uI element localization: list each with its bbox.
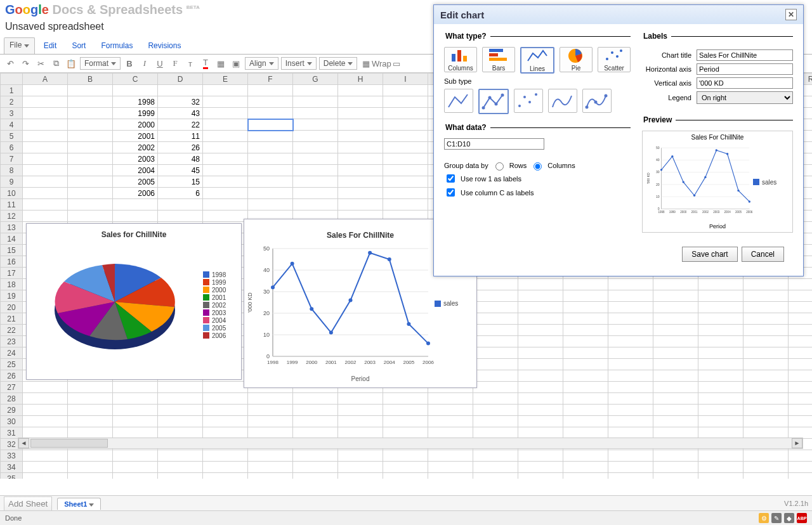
cell-N27[interactable] (608, 382, 653, 393)
cell-O31[interactable] (653, 427, 698, 439)
col-header-I[interactable]: I (383, 74, 428, 85)
cell-H7[interactable] (338, 153, 383, 165)
cell-M35[interactable] (563, 473, 608, 479)
menu-sort[interactable]: Sort (65, 37, 92, 54)
cell-I9[interactable] (383, 176, 428, 188)
cell-I35[interactable] (383, 473, 428, 479)
cell-F31[interactable] (248, 427, 293, 439)
cell-Q29[interactable] (743, 405, 789, 416)
row-header-11[interactable]: 11 (1, 199, 23, 211)
delete-menu[interactable]: Delete (319, 57, 358, 70)
file-menu[interactable]: File (4, 37, 35, 54)
cell-E33[interactable] (203, 450, 248, 462)
cell-B27[interactable] (68, 382, 113, 393)
cell-R18[interactable] (789, 279, 813, 290)
row-header-29[interactable]: 29 (1, 405, 23, 416)
cell-N21[interactable] (608, 313, 653, 325)
cell-Q25[interactable] (743, 359, 789, 370)
cell-H1[interactable] (338, 85, 383, 96)
cell-H30[interactable] (338, 416, 383, 427)
cell-M24[interactable] (563, 347, 608, 359)
cell-L25[interactable] (518, 359, 563, 370)
cell-R31[interactable] (789, 427, 813, 439)
cell-B33[interactable] (68, 450, 113, 462)
cell-L19[interactable] (518, 290, 563, 302)
cell-G5[interactable] (293, 131, 338, 142)
cell-E27[interactable] (203, 382, 248, 393)
horizontal-scrollbar[interactable]: ◄► (18, 438, 803, 449)
text-color-icon[interactable]: T (199, 57, 212, 70)
cell-E30[interactable] (203, 416, 248, 427)
cell-Q33[interactable] (743, 450, 789, 462)
row-header-9[interactable]: 9 (1, 176, 23, 188)
cell-H2[interactable] (338, 96, 383, 108)
row-header-33[interactable]: 33 (1, 450, 23, 462)
sheet-tab-sheet1[interactable]: Sheet1 (57, 498, 101, 510)
cell-A28[interactable] (23, 393, 68, 405)
cell-B28[interactable] (68, 393, 113, 405)
cell-G4[interactable] (293, 119, 338, 131)
cell-B29[interactable] (68, 405, 113, 416)
legend-select[interactable]: On right (697, 91, 793, 104)
cell-G9[interactable] (293, 176, 338, 188)
cell-E3[interactable] (203, 108, 248, 119)
cell-Q23[interactable] (743, 336, 789, 347)
cell-Q27[interactable] (743, 382, 789, 393)
row-header-3[interactable]: 3 (1, 108, 23, 119)
cell-P23[interactable] (698, 336, 743, 347)
cell-L18[interactable] (518, 279, 563, 290)
cell-I29[interactable] (383, 405, 428, 416)
cancel-button[interactable]: Cancel (742, 247, 784, 262)
cell-C7[interactable]: 2003 (113, 153, 158, 165)
cell-C2[interactable]: 1998 (113, 96, 158, 108)
cell-K28[interactable] (473, 393, 518, 405)
cell-R28[interactable] (789, 393, 813, 405)
cell-G30[interactable] (293, 416, 338, 427)
cell-E8[interactable] (203, 165, 248, 176)
cell-F5[interactable] (248, 131, 293, 142)
cell-N26[interactable] (608, 370, 653, 382)
cell-L27[interactable] (518, 382, 563, 393)
cell-G33[interactable] (293, 450, 338, 462)
cell-R24[interactable] (789, 347, 813, 359)
cell-L31[interactable] (518, 427, 563, 439)
cell-N30[interactable] (608, 416, 653, 427)
cell-E34[interactable] (203, 462, 248, 473)
cell-Q34[interactable] (743, 462, 789, 473)
border-icon[interactable]: ▦ (360, 57, 372, 70)
cell-F1[interactable] (248, 85, 293, 96)
cell-O19[interactable] (653, 290, 698, 302)
cell-J34[interactable] (428, 462, 473, 473)
chart-type-pie[interactable]: Pie (560, 47, 593, 72)
row-header-1[interactable]: 1 (1, 85, 23, 96)
cell-A12[interactable] (23, 211, 68, 222)
cell-F6[interactable] (248, 142, 293, 153)
cell-M31[interactable] (563, 427, 608, 439)
cell-I1[interactable] (383, 85, 428, 96)
haxis-input[interactable] (697, 63, 793, 75)
cell-D10[interactable]: 6 (158, 188, 203, 199)
cell-A30[interactable] (23, 416, 68, 427)
cell-O28[interactable] (653, 393, 698, 405)
col-header-A[interactable]: A (23, 74, 68, 85)
cell-E1[interactable] (203, 85, 248, 96)
cell-C8[interactable]: 2004 (113, 165, 158, 176)
cell-G28[interactable] (293, 393, 338, 405)
cell-A11[interactable] (23, 199, 68, 211)
cell-G34[interactable] (293, 462, 338, 473)
status-icon-3[interactable]: ◆ (784, 513, 794, 523)
cell-H3[interactable] (338, 108, 383, 119)
row-header-25[interactable]: 25 (1, 359, 23, 370)
row-header-13[interactable]: 13 (1, 222, 23, 233)
cell-K34[interactable] (473, 462, 518, 473)
cell-H11[interactable] (338, 199, 383, 211)
cell-D3[interactable]: 43 (158, 108, 203, 119)
cell-I11[interactable] (383, 199, 428, 211)
cell-R30[interactable] (789, 416, 813, 427)
cell-Q21[interactable] (743, 313, 789, 325)
cell-R23[interactable] (789, 336, 813, 347)
cell-P27[interactable] (698, 382, 743, 393)
cell-H8[interactable] (338, 165, 383, 176)
cell-M28[interactable] (563, 393, 608, 405)
cell-D4[interactable]: 22 (158, 119, 203, 131)
